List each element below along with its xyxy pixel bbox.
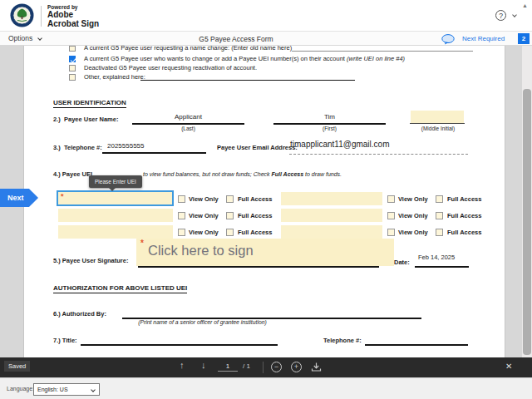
document-title: G5 Payee Access Form bbox=[111, 35, 361, 43]
document-viewer: A current G5 Payee user requesting a nam… bbox=[0, 46, 522, 357]
title-line bbox=[81, 344, 278, 346]
checkbox-reactivation[interactable] bbox=[69, 65, 76, 71]
view-only-label: View Only bbox=[398, 212, 428, 219]
last-name-line bbox=[132, 123, 244, 125]
email-value[interactable]: timapplicant11@gmail.com bbox=[290, 140, 389, 149]
download-button[interactable] bbox=[311, 362, 322, 372]
zoom-out-button[interactable]: − bbox=[271, 362, 282, 372]
uei-field-2[interactable] bbox=[58, 209, 173, 222]
email-line bbox=[289, 154, 468, 155]
scroll-up-icon[interactable]: ▲ bbox=[522, 2, 528, 8]
top-header: Powered by Adobe Acrobat Sign ? ▲ bbox=[0, 0, 532, 32]
view-only-checkbox-3[interactable] bbox=[178, 229, 185, 236]
chevron-down-icon bbox=[91, 387, 96, 392]
view-only-label: View Only bbox=[189, 229, 219, 236]
email-label: Payee User Email Address: bbox=[217, 144, 298, 151]
authorized-by-label: 6.) Authorized By: bbox=[53, 310, 106, 318]
help-icon: ? bbox=[495, 10, 506, 21]
uei-line-prefix: 4.) Payee UEI bbox=[53, 170, 92, 178]
full-access-label: Full Access bbox=[238, 195, 272, 203]
view-only-checkbox-5[interactable] bbox=[387, 212, 395, 219]
view-only-label: View Only bbox=[189, 212, 219, 219]
fill-in-line bbox=[140, 80, 355, 81]
checkbox-other[interactable] bbox=[69, 74, 76, 81]
next-required-count-badge: 2 bbox=[518, 33, 530, 44]
payee-user-name-label: Payee User Name: bbox=[64, 116, 118, 123]
checkbox-label: Deactivated G5 Payee user requesting rea… bbox=[84, 64, 257, 71]
last-caption: (Last) bbox=[132, 126, 244, 131]
full-access-checkbox-5[interactable] bbox=[436, 212, 443, 219]
powered-by-label: Powered by bbox=[47, 4, 99, 10]
first-caption: (First) bbox=[273, 126, 386, 131]
middle-caption: (Middle Initial) bbox=[397, 126, 480, 131]
last-name-value[interactable]: Applicant bbox=[132, 113, 244, 121]
view-only-label: View Only bbox=[189, 195, 219, 203]
page-total-label: / 1 bbox=[243, 362, 250, 370]
signature-line bbox=[138, 266, 379, 268]
date-label: Date: bbox=[394, 259, 410, 266]
date-line bbox=[415, 266, 469, 268]
toolbar-divider bbox=[263, 362, 264, 373]
full-access-checkbox-1[interactable] bbox=[226, 195, 234, 203]
telephone-value[interactable]: 2025555555 bbox=[107, 142, 145, 150]
page-down-button[interactable]: ↓ bbox=[201, 360, 206, 370]
vertical-scrollbar[interactable] bbox=[522, 46, 532, 357]
checkbox-label: A current G5 Payee user requesting a nam… bbox=[84, 46, 292, 52]
date-value: Feb 14, 2025 bbox=[418, 254, 455, 261]
pdf-page: A current G5 Payee user requesting a nam… bbox=[23, 46, 505, 357]
title-telephone-line bbox=[365, 344, 468, 346]
language-bar: Language: English: US bbox=[0, 377, 532, 399]
title-label: 7.) Title: bbox=[53, 337, 77, 344]
options-menu-button[interactable]: Options bbox=[8, 34, 42, 42]
page-number-input[interactable]: 1 bbox=[218, 361, 238, 372]
zoom-in-button[interactable]: + bbox=[291, 362, 302, 372]
brand-name-acrobat-sign: Acrobat Sign bbox=[47, 20, 99, 29]
scrollbar-thumb[interactable] bbox=[523, 89, 531, 355]
authorized-by-caption: (Print name of a senior officer of grant… bbox=[126, 319, 279, 325]
middle-initial-field[interactable] bbox=[411, 111, 464, 123]
uei-field-1[interactable]: * bbox=[57, 190, 174, 206]
full-access-label: Full Access bbox=[447, 229, 481, 236]
options-bar: Options G5 Payee Access Form Next Requir… bbox=[0, 32, 532, 46]
next-required-link[interactable]: Next Required bbox=[462, 35, 505, 42]
line-number: 3.) bbox=[53, 144, 61, 151]
chevron-down-icon bbox=[512, 12, 517, 17]
options-label: Options bbox=[8, 34, 32, 42]
view-only-label: View Only bbox=[398, 229, 428, 236]
agency-seal-logo bbox=[10, 3, 34, 27]
brand-block: Powered by Adobe Acrobat Sign bbox=[47, 4, 99, 28]
language-selected-value: English: US bbox=[37, 387, 68, 392]
signature-placeholder[interactable]: Click here to sign bbox=[148, 243, 254, 259]
view-only-checkbox-4[interactable] bbox=[387, 195, 395, 203]
checkbox-name-change[interactable] bbox=[69, 46, 76, 52]
required-asterisk: * bbox=[61, 192, 64, 200]
view-only-checkbox-1[interactable] bbox=[178, 195, 185, 203]
comment-icon[interactable] bbox=[441, 34, 455, 45]
full-access-checkbox-4[interactable] bbox=[436, 195, 443, 203]
uei-field-3[interactable] bbox=[58, 225, 173, 239]
required-asterisk: * bbox=[140, 239, 144, 248]
close-icon[interactable]: ✕ bbox=[505, 362, 512, 371]
uei-field-5[interactable] bbox=[281, 209, 382, 222]
fill-in-line bbox=[292, 51, 473, 52]
help-button[interactable]: ? bbox=[495, 10, 519, 22]
language-select[interactable]: English: US bbox=[33, 383, 100, 396]
first-name-value[interactable]: Tim bbox=[273, 113, 386, 121]
uei-field-4[interactable] bbox=[281, 192, 382, 205]
uei-field-6[interactable] bbox=[281, 225, 382, 239]
viewer-toolbar: Saved ↑ ↓ 1 / 1 − + ✕ bbox=[0, 357, 532, 377]
full-access-checkbox-3[interactable] bbox=[226, 229, 234, 236]
full-access-checkbox-6[interactable] bbox=[436, 229, 443, 236]
section-authorization: AUTHORIZATION FOR ABOVE LISTED UEI bbox=[53, 284, 187, 293]
language-label: Language: bbox=[7, 386, 34, 392]
view-only-checkbox-6[interactable] bbox=[387, 229, 395, 236]
view-only-label: View Only bbox=[398, 195, 428, 203]
full-access-label: Full Access bbox=[238, 212, 272, 219]
page-up-button[interactable]: ↑ bbox=[180, 360, 185, 370]
save-status-badge: Saved bbox=[4, 361, 30, 372]
checkbox-change-add-uei[interactable] bbox=[69, 56, 76, 62]
view-only-checkbox-2[interactable] bbox=[178, 212, 185, 219]
uei-line-instructions: to view fund balances, but not draw fund… bbox=[143, 171, 342, 177]
full-access-checkbox-2[interactable] bbox=[226, 212, 234, 219]
checkbox-label: A current G5 Payee user who wants to cha… bbox=[84, 55, 405, 62]
